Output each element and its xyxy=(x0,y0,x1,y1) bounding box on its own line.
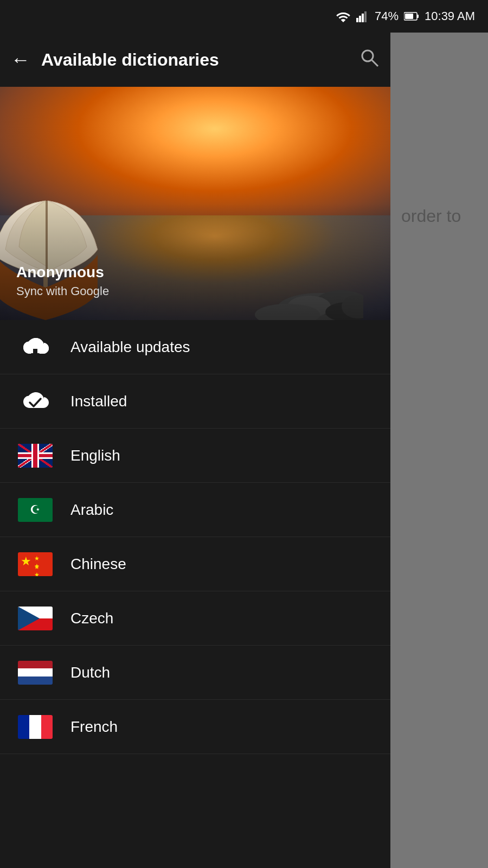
hero-section: Anonymous Sync with Google xyxy=(0,87,390,320)
cloud-download-icon xyxy=(16,334,54,361)
page-title: Available dictionaries xyxy=(41,50,359,70)
svg-point-7 xyxy=(362,50,373,61)
svg-rect-6 xyxy=(405,14,413,19)
time-text: 10:39 AM xyxy=(425,9,475,23)
gray-panel-text: order to xyxy=(401,206,461,226)
nav-item-arabic[interactable]: ☪ Arabic xyxy=(0,483,390,537)
signal-icon xyxy=(356,10,369,22)
navigation-drawer: Anonymous Sync with Google Available upd… xyxy=(0,87,390,868)
arabic-flag-icon: ☪ xyxy=(16,496,54,524)
svg-rect-0 xyxy=(356,18,358,22)
dutch-flag-icon xyxy=(16,659,54,686)
nav-item-chinese[interactable]: ★ ★★ ★★ Chinese xyxy=(0,537,390,591)
nav-label-french: French xyxy=(70,718,118,736)
nav-item-czech[interactable]: Czech xyxy=(0,591,390,646)
hero-gradient-overlay xyxy=(0,203,390,320)
french-flag-icon xyxy=(16,713,54,741)
back-button[interactable]: ← xyxy=(11,50,30,69)
nav-item-english[interactable]: English xyxy=(0,429,390,483)
nav-label-available-updates: Available updates xyxy=(70,339,190,356)
app-bar: ← Available dictionaries xyxy=(0,33,390,87)
nav-item-dutch[interactable]: Dutch xyxy=(0,646,390,700)
nav-label-installed: Installed xyxy=(70,393,127,410)
gray-overlay-panel: order to xyxy=(390,33,488,868)
nav-list: Available updates Installed xyxy=(0,320,390,754)
wifi-icon xyxy=(336,10,351,22)
cloud-check-icon xyxy=(16,388,54,415)
battery-text: 74% xyxy=(375,9,399,23)
nav-item-available-updates[interactable]: Available updates xyxy=(0,320,390,374)
search-button[interactable] xyxy=(359,47,380,73)
hero-sync-label: Sync with Google xyxy=(16,284,109,298)
svg-line-8 xyxy=(372,60,378,66)
nav-label-english: English xyxy=(70,447,120,464)
czech-flag-icon xyxy=(16,605,54,632)
status-icons: 74% 10:39 AM xyxy=(336,9,475,23)
status-bar: 74% 10:39 AM xyxy=(0,0,488,33)
svg-rect-2 xyxy=(362,14,364,22)
nav-label-czech: Czech xyxy=(70,610,113,627)
nav-item-french[interactable]: French xyxy=(0,700,390,754)
chinese-flag-icon: ★ ★★ ★★ xyxy=(16,551,54,578)
svg-rect-5 xyxy=(417,15,419,18)
hero-username: Anonymous xyxy=(16,264,109,281)
svg-rect-3 xyxy=(364,11,367,22)
nav-label-dutch: Dutch xyxy=(70,664,110,681)
english-flag-icon xyxy=(16,442,54,469)
svg-rect-1 xyxy=(359,16,361,22)
nav-label-chinese: Chinese xyxy=(70,556,126,573)
nav-item-installed[interactable]: Installed xyxy=(0,374,390,429)
hero-user-info: Anonymous Sync with Google xyxy=(16,264,109,298)
battery-icon xyxy=(404,11,419,21)
nav-label-arabic: Arabic xyxy=(70,501,113,519)
